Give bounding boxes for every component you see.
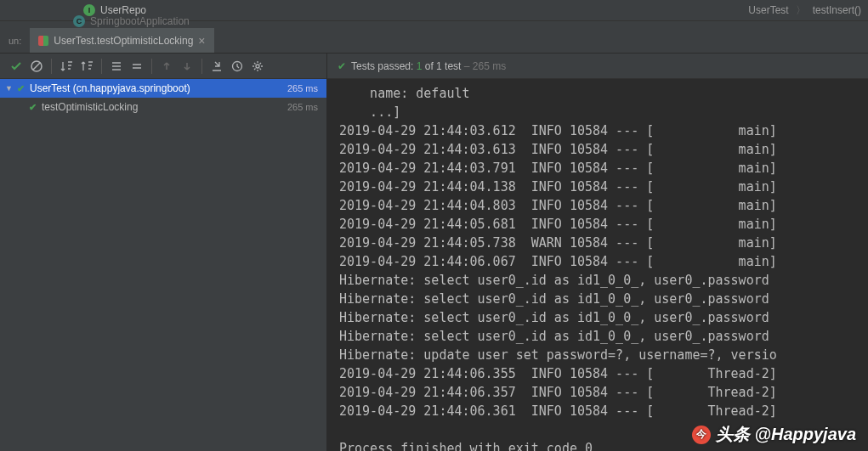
breadcrumb-method[interactable]: testInsert() <box>813 4 861 16</box>
collapse-all-button[interactable] <box>128 57 146 76</box>
chevron-right-icon: 〉 <box>796 3 806 18</box>
sort-button[interactable] <box>57 57 76 76</box>
test-results-panel: ▼ ✔ UserTest (cn.happyjava.springboot) 2… <box>0 54 327 451</box>
export-button[interactable] <box>207 57 226 76</box>
run-tab[interactable]: UserTest.testOptimisticLocking × <box>30 28 214 53</box>
settings-button[interactable] <box>248 57 267 76</box>
test-status-bar: ✔ Tests passed: 1 of 1 test – 265 ms <box>327 54 868 79</box>
console-output[interactable]: name: default ...] 2019-04-29 21:44:03.6… <box>327 79 868 451</box>
status-count: 1 <box>417 60 423 72</box>
chevron-down-icon[interactable]: ▼ <box>5 84 15 93</box>
test-toolbar <box>0 54 326 79</box>
watermark: 今 头条 @Happyjava <box>692 423 856 446</box>
status-middle: of 1 test <box>425 60 462 72</box>
run-tab-bar: un: UserTest.testOptimisticLocking × <box>0 28 868 54</box>
interface-icon: I <box>83 4 95 16</box>
test-duration: 265 ms <box>287 102 321 112</box>
history-button[interactable] <box>228 57 247 76</box>
check-icon: ✔ <box>338 60 346 72</box>
svg-point-3 <box>256 65 259 68</box>
watermark-text: 头条 @Happyjava <box>716 423 856 446</box>
check-icon: ✔ <box>29 102 37 113</box>
run-label: un: <box>0 28 30 53</box>
next-failed-button[interactable] <box>178 57 196 76</box>
test-icon <box>38 36 48 46</box>
project-tree-item[interactable]: SpringbootApplication <box>90 15 190 27</box>
breadcrumb-parent[interactable]: UserTest <box>748 4 788 16</box>
status-prefix: Tests passed: <box>351 60 413 72</box>
class-icon: C <box>73 15 85 27</box>
breadcrumb: UserTest 〉 testInsert() <box>748 3 861 18</box>
test-duration: 265 ms <box>287 83 321 93</box>
expand-all-button[interactable] <box>107 57 126 76</box>
test-method-label: testOptimisticLocking <box>42 101 286 113</box>
close-icon[interactable]: × <box>198 35 205 47</box>
show-passed-button[interactable] <box>7 57 26 76</box>
tab-label: UserTest.testOptimisticLocking <box>54 35 193 47</box>
sort-alpha-button[interactable] <box>77 57 96 76</box>
show-ignored-button[interactable] <box>27 57 46 76</box>
svg-line-1 <box>33 63 40 70</box>
project-tree-item[interactable]: UserRepo <box>100 4 146 16</box>
test-tree-item[interactable]: ✔ testOptimisticLocking 265 ms <box>0 98 326 116</box>
check-icon: ✔ <box>17 83 25 94</box>
test-tree-root[interactable]: ▼ ✔ UserTest (cn.happyjava.springboot) 2… <box>0 79 326 98</box>
watermark-icon: 今 <box>692 426 711 444</box>
console-panel: ✔ Tests passed: 1 of 1 test – 265 ms nam… <box>327 54 868 451</box>
test-class-label: UserTest (cn.happyjava.springboot) <box>30 82 286 94</box>
test-tree[interactable]: ▼ ✔ UserTest (cn.happyjava.springboot) 2… <box>0 79 326 451</box>
prev-failed-button[interactable] <box>157 57 176 76</box>
status-duration: – 265 ms <box>464 60 506 72</box>
